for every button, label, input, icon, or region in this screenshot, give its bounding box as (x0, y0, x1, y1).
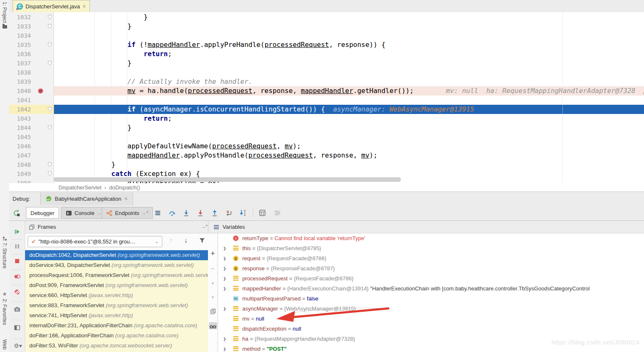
tool-button-web[interactable]: Web (0, 339, 9, 349)
frame-row[interactable]: doDispatch:1042, DispatcherServlet (org.… (25, 250, 208, 260)
code-line[interactable] (54, 96, 644, 105)
fold-marker-icon[interactable] (48, 42, 52, 47)
frame-row[interactable]: service:660, HttpServlet (javax.servlet.… (25, 290, 208, 300)
code-area[interactable]: } } if (!mappedHandler.applyPreHandle(pr… (54, 13, 644, 183)
gutter-line[interactable]: 1038 (9, 68, 54, 77)
frame-row[interactable]: service:741, HttpServlet (javax.servlet.… (25, 311, 208, 321)
frame-row[interactable]: doService:943, DispatcherServlet (org.sp… (25, 260, 208, 270)
settings-sliders-icon[interactable] (274, 209, 281, 217)
expand-chevron-icon[interactable]: ❯ (223, 264, 229, 274)
expand-chevron-icon[interactable]: ❯ (223, 304, 229, 314)
editor-tab[interactable]: C DispatcherServlet.java × (13, 0, 90, 12)
force-step-into-icon[interactable] (197, 209, 204, 217)
code-line[interactable]: if (!mappedHandler.applyPreHandle(proces… (54, 40, 644, 49)
code-line[interactable]: return; (54, 114, 644, 123)
frame-row[interactable]: doFilter:166, ApplicationFilterChain (or… (25, 331, 208, 341)
breakpoint-icon[interactable] (38, 88, 44, 94)
close-session-icon[interactable]: × (124, 196, 128, 202)
expand-chevron-icon[interactable]: ❯ (223, 274, 229, 284)
copy-stack-icon[interactable] (208, 308, 218, 315)
code-line[interactable]: } (54, 13, 644, 22)
gutter-line[interactable]: 1041 (9, 96, 54, 105)
gutter-line[interactable]: 1048 (9, 160, 54, 169)
code-line[interactable]: mv = ha.handle(processedRequest, respons… (54, 86, 644, 96)
code-line[interactable]: } (54, 160, 644, 169)
step-into-icon[interactable] (182, 209, 190, 217)
frames-pin-icon[interactable]: →* (201, 224, 208, 229)
tool-button-structure[interactable]: 7: Structure (0, 237, 9, 269)
expand-chevron-icon[interactable]: ❯ (223, 284, 229, 294)
step-out-icon[interactable] (211, 209, 218, 217)
move-up-icon[interactable]: ▲ (208, 280, 218, 285)
gutter-line[interactable]: 1036 (9, 49, 54, 59)
resume-program-icon[interactable] (14, 228, 21, 235)
view-breakpoints-icon[interactable] (14, 273, 21, 280)
code-line[interactable]: } (54, 123, 644, 132)
variable-row[interactable]: ❯processedRequest = {RequestFacade@8786} (218, 274, 644, 284)
variable-row[interactable]: ❯prequest = {RequestFacade@8786} (218, 254, 644, 264)
drop-frame-icon[interactable] (225, 209, 233, 217)
code-line[interactable]: return; (54, 49, 644, 59)
tab-endpoints[interactable]: Endpoints →* (102, 207, 153, 219)
expand-chevron-icon[interactable]: ❯ (223, 254, 229, 264)
gutter-line[interactable]: 1050 (9, 179, 54, 183)
frames-list[interactable]: doDispatch:1042, DispatcherServlet (org.… (25, 250, 208, 352)
frame-row[interactable]: processRequest:1006, FrameworkServlet (o… (25, 270, 208, 280)
variable-row[interactable]: ❯01multipartRequestParsed = false (218, 294, 644, 304)
step-over-icon[interactable] (168, 209, 176, 217)
gutter-line[interactable]: 1032 (9, 13, 54, 22)
gutter-line[interactable]: 1045 (9, 132, 54, 142)
code-line[interactable]: mappedHandler.applyPostHandle(processedR… (54, 151, 644, 160)
gutter-line[interactable]: 1033 (9, 22, 54, 31)
mute-breakpoints-icon[interactable] (14, 289, 21, 295)
variable-row[interactable]: ❯this = {DispatcherServlet@8785} (218, 243, 644, 254)
restore-layout-icon[interactable] (14, 324, 21, 331)
fold-marker-icon[interactable] (48, 15, 52, 20)
tool-button-favorites[interactable]: ★ 2: Favorites (0, 291, 9, 325)
filter-frames-icon[interactable] (199, 237, 205, 244)
fold-marker-icon[interactable] (48, 171, 52, 176)
show-watches-glasses-icon[interactable] (209, 322, 217, 329)
show-execution-point-icon[interactable] (154, 209, 162, 217)
variable-row[interactable]: ❯mappedHandler = {HandlerExecutionChain@… (218, 284, 644, 294)
gutter-line[interactable]: 1046 (9, 142, 54, 151)
fold-marker-icon[interactable] (48, 162, 52, 167)
thread-dropdown[interactable]: ✔ "http-nio-8086-exec-1"@8,552 in grou… … (28, 236, 162, 247)
gutter-line[interactable]: 1049 (9, 169, 54, 179)
tool-button-project[interactable]: 1: Project (0, 2, 9, 28)
gutter-line[interactable]: 1034 (9, 31, 54, 40)
rerun-icon[interactable] (13, 210, 20, 217)
gutter-line[interactable]: 1035 (9, 40, 54, 49)
gutter-line[interactable]: 1047 (9, 151, 54, 160)
code-line[interactable]: } (54, 22, 644, 31)
thread-dump-camera-icon[interactable] (14, 306, 21, 313)
frame-up-icon[interactable]: ↑ (169, 237, 173, 244)
remove-watch-icon[interactable]: − (208, 264, 218, 273)
code-line[interactable] (54, 31, 644, 40)
add-watch-icon[interactable]: + (208, 249, 218, 258)
debug-session-tab[interactable]: BabyHealthCareApplication × (40, 192, 133, 205)
frame-row[interactable]: doPost:909, FrameworkServlet (org.spring… (25, 280, 208, 290)
expand-chevron-icon[interactable]: ❯ (223, 243, 229, 254)
gutter-line[interactable]: 1044 (9, 123, 54, 132)
gutter-line[interactable]: 1040 (9, 86, 54, 96)
variables-list[interactable]: ❯!returnType = Cannot find local variabl… (218, 233, 644, 352)
code-line[interactable]: // Actually invoke the handler. (54, 77, 644, 86)
evaluate-expression-icon[interactable] (259, 209, 266, 217)
move-down-icon[interactable]: ▼ (208, 295, 218, 300)
settings-gear-icon[interactable]: ⚙▾ (14, 342, 21, 349)
pause-program-icon[interactable] (14, 243, 21, 250)
code-line[interactable]: applyDefaultViewName(processedRequest, m… (54, 142, 644, 151)
frame-row[interactable]: internalDoFilter:231, ApplicationFilterC… (25, 321, 208, 331)
code-line[interactable]: if (asyncManager.isConcurrentHandlingSta… (9, 105, 644, 114)
variable-row[interactable]: ❯presponse = {ResponseFacade@8787} (218, 264, 644, 274)
gutter-line[interactable]: 1042 (9, 105, 54, 114)
tab-console[interactable]: Console →* (61, 207, 108, 219)
frame-row[interactable]: service:883, FrameworkServlet (org.sprin… (25, 300, 208, 311)
gutter-line[interactable]: 1043 (9, 114, 54, 123)
fold-marker-icon[interactable] (48, 61, 52, 66)
fold-marker-icon[interactable] (48, 24, 52, 29)
editor-gutter[interactable]: 1032103310341035103610371038103910401041… (9, 12, 54, 183)
variable-row[interactable]: ❯mv = null (218, 314, 644, 324)
editor[interactable]: } } if (!mappedHandler.applyPreHandle(pr… (9, 12, 644, 183)
